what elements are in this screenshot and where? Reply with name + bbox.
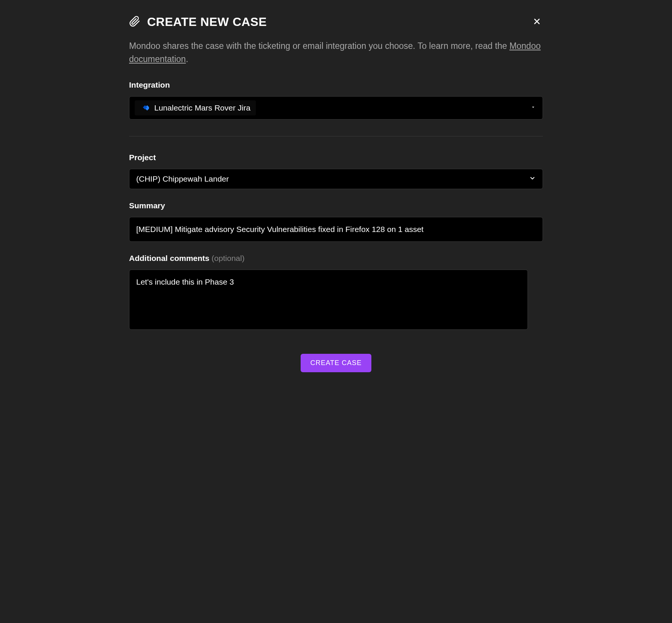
modal-description: Mondoo shares the case with the ticketin… xyxy=(129,39,543,65)
project-group: Project (CHIP) Chippewah Lander xyxy=(129,153,543,189)
chevron-down-icon xyxy=(529,175,536,183)
summary-label: Summary xyxy=(129,201,543,210)
jira-icon xyxy=(140,103,149,112)
comments-group: Additional comments (optional) xyxy=(129,254,543,331)
summary-input[interactable] xyxy=(129,217,543,242)
integration-chip: Lunalectric Mars Rover Jira xyxy=(135,100,256,115)
project-value: (CHIP) Chippewah Lander xyxy=(136,174,229,183)
button-row: CREATE CASE xyxy=(129,354,543,372)
summary-group: Summary xyxy=(129,201,543,242)
comments-label: Additional comments (optional) xyxy=(129,254,543,263)
modal-title: CREATE NEW CASE xyxy=(147,15,267,29)
header-left: CREATE NEW CASE xyxy=(129,15,267,29)
create-case-button[interactable]: CREATE CASE xyxy=(301,354,372,372)
create-case-modal: CREATE NEW CASE Mondoo shares the case w… xyxy=(129,15,543,372)
integration-value: Lunalectric Mars Rover Jira xyxy=(154,103,251,112)
close-button[interactable] xyxy=(531,15,543,29)
project-select[interactable]: (CHIP) Chippewah Lander xyxy=(129,169,543,189)
comments-input[interactable] xyxy=(129,270,528,330)
paperclip-icon xyxy=(129,16,140,29)
integration-label: Integration xyxy=(129,80,543,89)
close-icon xyxy=(532,17,541,27)
divider xyxy=(129,136,543,136)
modal-header: CREATE NEW CASE xyxy=(129,15,543,29)
integration-select[interactable]: Lunalectric Mars Rover Jira xyxy=(129,96,543,120)
integration-group: Integration Lunalectric Mars Rover Jira xyxy=(129,80,543,120)
project-label: Project xyxy=(129,153,543,162)
chevron-down-icon xyxy=(531,105,536,111)
